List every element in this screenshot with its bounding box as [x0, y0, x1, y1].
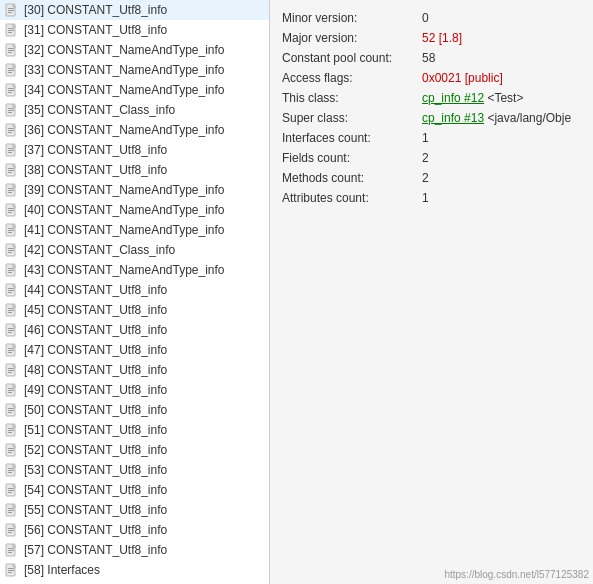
list-item[interactable]: [42] CONSTANT_Class_info: [0, 240, 269, 260]
list-item[interactable]: [36] CONSTANT_NameAndType_info: [0, 120, 269, 140]
file-icon: [4, 542, 20, 558]
file-icon: [4, 42, 20, 58]
list-item[interactable]: [41] CONSTANT_NameAndType_info: [0, 220, 269, 240]
info-value: cp_info #13 <java/lang/Obje: [422, 108, 571, 128]
list-item[interactable]: [57] CONSTANT_Utf8_info: [0, 540, 269, 560]
list-item[interactable]: [50] CONSTANT_Utf8_info: [0, 400, 269, 420]
list-item[interactable]: [48] CONSTANT_Utf8_info: [0, 360, 269, 380]
item-label: [56] CONSTANT_Utf8_info: [24, 521, 167, 539]
file-icon: [4, 402, 20, 418]
info-value: 1: [422, 188, 429, 208]
list-item[interactable]: [52] CONSTANT_Utf8_info: [0, 440, 269, 460]
file-icon: [4, 482, 20, 498]
item-label: [37] CONSTANT_Utf8_info: [24, 141, 167, 159]
file-icon: [4, 322, 20, 338]
item-label: [55] CONSTANT_Utf8_info: [24, 501, 167, 519]
list-item[interactable]: [32] CONSTANT_NameAndType_info: [0, 40, 269, 60]
file-icon: [4, 442, 20, 458]
list-item[interactable]: [58] Interfaces: [0, 560, 269, 580]
item-label: [44] CONSTANT_Utf8_info: [24, 281, 167, 299]
list-item[interactable]: [31] CONSTANT_Utf8_info: [0, 20, 269, 40]
item-label: [48] CONSTANT_Utf8_info: [24, 361, 167, 379]
info-value: 0: [422, 8, 429, 28]
list-item[interactable]: [51] CONSTANT_Utf8_info: [0, 420, 269, 440]
info-value: 2: [422, 148, 429, 168]
list-item[interactable]: [37] CONSTANT_Utf8_info: [0, 140, 269, 160]
item-label: [31] CONSTANT_Utf8_info: [24, 21, 167, 39]
file-icon: [4, 122, 20, 138]
item-label: [54] CONSTANT_Utf8_info: [24, 481, 167, 499]
item-label: [57] CONSTANT_Utf8_info: [24, 541, 167, 559]
item-label: [52] CONSTANT_Utf8_info: [24, 441, 167, 459]
list-item[interactable]: [30] CONSTANT_Utf8_info: [0, 0, 269, 20]
file-icon: [4, 162, 20, 178]
info-row: Attributes count:1: [282, 188, 581, 208]
list-item[interactable]: [47] CONSTANT_Utf8_info: [0, 340, 269, 360]
file-icon: [4, 2, 20, 18]
list-item[interactable]: [49] CONSTANT_Utf8_info: [0, 380, 269, 400]
info-value: 2: [422, 168, 429, 188]
info-row: Methods count:2: [282, 168, 581, 188]
item-label: [42] CONSTANT_Class_info: [24, 241, 175, 259]
info-label: Interfaces count:: [282, 128, 422, 148]
list-item[interactable]: [46] CONSTANT_Utf8_info: [0, 320, 269, 340]
file-icon: [4, 222, 20, 238]
file-icon: [4, 62, 20, 78]
info-label: This class:: [282, 88, 422, 108]
list-item[interactable]: [33] CONSTANT_NameAndType_info: [0, 60, 269, 80]
file-icon: [4, 342, 20, 358]
file-icon: [4, 462, 20, 478]
list-item[interactable]: [40] CONSTANT_NameAndType_info: [0, 200, 269, 220]
file-icon: [4, 22, 20, 38]
item-label: [30] CONSTANT_Utf8_info: [24, 1, 167, 19]
list-item[interactable]: [38] CONSTANT_Utf8_info: [0, 160, 269, 180]
extra-text: <java/lang/Obje: [484, 111, 571, 125]
item-label: [53] CONSTANT_Utf8_info: [24, 461, 167, 479]
info-row: Fields count:2: [282, 148, 581, 168]
list-item[interactable]: [39] CONSTANT_NameAndType_info: [0, 180, 269, 200]
info-row: Major version:52 [1.8]: [282, 28, 581, 48]
file-icon: [4, 182, 20, 198]
info-label: Major version:: [282, 28, 422, 48]
constant-pool-list[interactable]: [30] CONSTANT_Utf8_info [31] CONSTANT_Ut…: [0, 0, 270, 584]
cp-info-link[interactable]: cp_info #13: [422, 111, 484, 125]
list-item[interactable]: [53] CONSTANT_Utf8_info: [0, 460, 269, 480]
list-item[interactable]: [35] CONSTANT_Class_info: [0, 100, 269, 120]
list-item[interactable]: [44] CONSTANT_Utf8_info: [0, 280, 269, 300]
file-icon: [4, 302, 20, 318]
item-label: [32] CONSTANT_NameAndType_info: [24, 41, 225, 59]
file-icon: [4, 142, 20, 158]
info-label: Methods count:: [282, 168, 422, 188]
info-row: Interfaces count:1: [282, 128, 581, 148]
list-item[interactable]: [45] CONSTANT_Utf8_info: [0, 300, 269, 320]
list-item[interactable]: [43] CONSTANT_NameAndType_info: [0, 260, 269, 280]
item-label: [34] CONSTANT_NameAndType_info: [24, 81, 225, 99]
file-icon: [4, 362, 20, 378]
item-label: [58] Interfaces: [24, 561, 100, 579]
item-label: [41] CONSTANT_NameAndType_info: [24, 221, 225, 239]
item-label: [50] CONSTANT_Utf8_info: [24, 401, 167, 419]
info-row: Constant pool count:58: [282, 48, 581, 68]
info-value: 0x0021 [public]: [422, 68, 503, 88]
list-item[interactable]: [56] CONSTANT_Utf8_info: [0, 520, 269, 540]
item-label: [35] CONSTANT_Class_info: [24, 101, 175, 119]
list-item[interactable]: [34] CONSTANT_NameAndType_info: [0, 80, 269, 100]
cp-info-link[interactable]: cp_info #12: [422, 91, 484, 105]
info-value: 58: [422, 48, 435, 68]
file-icon: [4, 102, 20, 118]
info-value: 52 [1.8]: [422, 28, 462, 48]
file-icon: [4, 382, 20, 398]
file-icon: [4, 82, 20, 98]
file-icon: [4, 202, 20, 218]
list-item[interactable]: [54] CONSTANT_Utf8_info: [0, 480, 269, 500]
info-row: Access flags:0x0021 [public]: [282, 68, 581, 88]
info-value: 1: [422, 128, 429, 148]
info-label: Fields count:: [282, 148, 422, 168]
info-label: Super class:: [282, 108, 422, 128]
watermark: https://blog.csdn.net/l577125382: [444, 569, 589, 580]
item-label: [51] CONSTANT_Utf8_info: [24, 421, 167, 439]
list-item[interactable]: [55] CONSTANT_Utf8_info: [0, 500, 269, 520]
info-label: Minor version:: [282, 8, 422, 28]
info-label: Constant pool count:: [282, 48, 422, 68]
file-icon: [4, 562, 20, 578]
